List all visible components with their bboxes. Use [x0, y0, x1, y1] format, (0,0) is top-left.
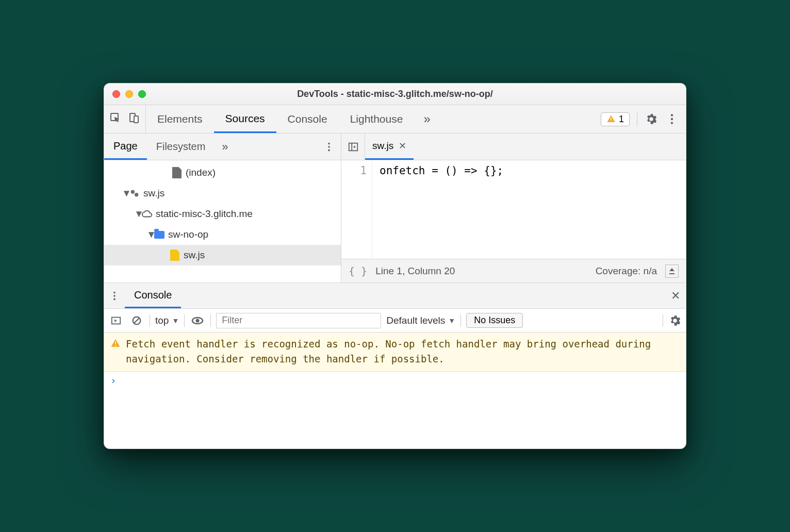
tree-item-folder[interactable]: ▼ sw-no-op — [104, 224, 341, 245]
tree-item-index[interactable]: (index) — [104, 162, 341, 183]
svg-point-11 — [131, 190, 135, 194]
code-editor[interactable]: 1 onfetch = () => {}; — [341, 160, 686, 259]
collapse-bottom-icon[interactable] — [665, 264, 679, 278]
close-drawer-icon[interactable]: ✕ — [665, 283, 686, 308]
drawer-header: Console ✕ — [104, 283, 686, 309]
issues-button[interactable]: No Issues — [466, 313, 523, 328]
inspect-element-icon[interactable] — [109, 112, 122, 126]
editor-panel: sw.js ✕ 1 onfetch = () => {}; { } Line 1… — [341, 134, 686, 282]
editor-tabs: sw.js ✕ — [341, 134, 686, 160]
editor-status-bar: { } Line 1, Column 20 Coverage: n/a — [341, 259, 686, 282]
tree-item-origin[interactable]: ▼ static-misc-3.glitch.me — [104, 204, 341, 224]
separator — [663, 314, 663, 327]
levels-label: Default levels — [386, 315, 445, 326]
navigator-tabs-overflow[interactable]: » — [215, 134, 235, 160]
pretty-print-icon[interactable]: { } — [349, 265, 367, 277]
separator — [184, 314, 185, 327]
file-tab-label: sw.js — [372, 140, 393, 152]
main-toolbar: Elements Sources Console Lighthouse » 1 — [104, 105, 686, 134]
separator — [460, 314, 461, 327]
navigator-tab-page[interactable]: Page — [104, 134, 147, 160]
console-body: Fetch event handler is recognized as no-… — [104, 332, 686, 448]
clear-console-icon[interactable] — [129, 313, 144, 328]
svg-point-17 — [113, 298, 116, 300]
settings-icon[interactable] — [645, 112, 658, 126]
tab-elements[interactable]: Elements — [146, 105, 214, 133]
chevron-down-icon: ▼ — [122, 188, 129, 199]
live-expression-icon[interactable] — [190, 313, 205, 328]
drawer-more-icon[interactable] — [104, 283, 125, 308]
tab-console[interactable]: Console — [276, 105, 339, 133]
tree-item-swjs[interactable]: sw.js — [104, 245, 341, 265]
svg-rect-23 — [115, 342, 116, 344]
window-title: DevTools - static-misc-3.glitch.me/sw-no… — [104, 89, 686, 99]
navigator-more-icon[interactable] — [317, 134, 341, 160]
navigator-tabs: Page Filesystem » — [104, 134, 341, 160]
line-gutter: 1 — [341, 160, 372, 259]
line-number: 1 — [341, 164, 367, 177]
show-navigator-icon[interactable] — [341, 134, 365, 160]
separator — [150, 314, 150, 327]
svg-rect-4 — [611, 121, 612, 122]
tab-lighthouse[interactable]: Lighthouse — [339, 105, 415, 133]
cloud-icon — [141, 210, 153, 218]
tab-sources[interactable]: Sources — [214, 105, 276, 133]
log-levels-selector[interactable]: Default levels ▼ — [386, 315, 455, 326]
chevron-down-icon: ▼ — [134, 208, 141, 220]
close-file-icon[interactable]: ✕ — [399, 140, 406, 152]
titlebar: DevTools - static-misc-3.glitch.me/sw-no… — [104, 84, 686, 105]
toggle-sidebar-icon[interactable] — [108, 313, 124, 328]
svg-point-15 — [113, 291, 116, 293]
cursor-position: Line 1, Column 20 — [375, 265, 455, 277]
chevron-down-icon: ▼ — [146, 229, 154, 240]
prompt-chevron-icon: › — [110, 375, 116, 386]
svg-point-22 — [196, 319, 200, 322]
tabs-overflow-button[interactable]: » — [414, 105, 439, 133]
more-menu-icon[interactable] — [665, 112, 679, 126]
main-tabs: Elements Sources Console Lighthouse » — [146, 105, 594, 133]
coverage-label: Coverage: n/a — [596, 265, 657, 277]
divider — [637, 112, 637, 126]
context-selector[interactable]: top ▼ — [155, 315, 179, 326]
file-icon — [171, 167, 183, 178]
svg-point-5 — [671, 114, 673, 116]
svg-point-6 — [671, 118, 673, 120]
code-line: onfetch = () => {}; — [380, 164, 503, 177]
console-toolbar: top ▼ Default levels ▼ No Issues — [104, 309, 686, 332]
code-content: onfetch = () => {}; — [372, 160, 503, 259]
filter-input[interactable] — [216, 313, 381, 328]
tree-item-serviceworker[interactable]: ▼ sw.js — [104, 183, 341, 204]
svg-rect-3 — [611, 118, 612, 120]
file-tab-swjs[interactable]: sw.js ✕ — [365, 134, 414, 160]
console-warning-row[interactable]: Fetch event handler is recognized as no-… — [104, 332, 686, 372]
console-settings-icon[interactable] — [668, 314, 682, 327]
folder-icon — [154, 231, 165, 239]
navigator-panel: Page Filesystem » (index) ▼ s — [104, 134, 341, 282]
svg-point-12 — [135, 193, 138, 196]
warning-text: Fetch event handler is recognized as no-… — [126, 337, 680, 367]
svg-point-10 — [328, 149, 330, 151]
warning-icon — [606, 114, 616, 124]
drawer-tab-console[interactable]: Console — [125, 283, 181, 308]
svg-rect-24 — [115, 345, 116, 346]
warnings-badge[interactable]: 1 — [601, 112, 630, 126]
svg-rect-2 — [134, 116, 138, 123]
file-tree: (index) ▼ sw.js ▼ static-misc-3.glitch.m… — [104, 160, 341, 282]
device-toggle-icon[interactable] — [128, 112, 140, 126]
svg-line-20 — [134, 318, 140, 323]
svg-point-7 — [671, 122, 673, 124]
gears-icon — [129, 188, 140, 199]
chevron-down-icon: ▼ — [448, 317, 455, 325]
console-prompt[interactable]: › — [104, 372, 686, 389]
file-icon — [169, 250, 180, 261]
sources-panel: Page Filesystem » (index) ▼ s — [104, 134, 686, 283]
svg-point-8 — [328, 142, 330, 144]
svg-point-16 — [113, 295, 116, 297]
separator — [210, 314, 211, 327]
chevron-down-icon: ▼ — [172, 317, 179, 325]
context-label: top — [155, 315, 169, 326]
warnings-count: 1 — [619, 114, 624, 125]
navigator-tab-filesystem[interactable]: Filesystem — [147, 134, 215, 160]
svg-point-9 — [328, 146, 330, 148]
warning-icon — [110, 338, 121, 348]
